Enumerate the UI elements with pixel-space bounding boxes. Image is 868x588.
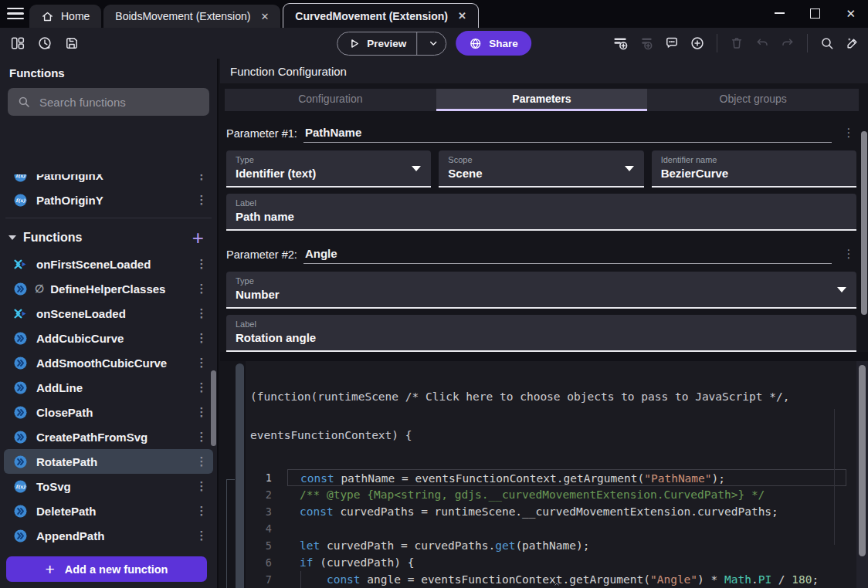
parameters-scrollbar[interactable] xyxy=(861,131,867,315)
item-menu-button[interactable]: ⋮ xyxy=(195,193,208,207)
function-list-item[interactable]: AddSmoothCubicCurve⋮ xyxy=(4,350,213,375)
item-menu-button[interactable]: ⋮ xyxy=(195,529,208,542)
add-comment-icon[interactable] xyxy=(662,33,682,53)
search-icon[interactable] xyxy=(817,33,837,53)
item-menu-button[interactable]: ⋮ xyxy=(195,405,208,419)
events-scrollbar[interactable] xyxy=(236,363,244,588)
redo-icon[interactable] xyxy=(778,33,798,53)
parameter-menu-button[interactable]: ⋮ xyxy=(843,126,855,140)
play-icon xyxy=(348,37,361,50)
code-line[interactable]: 4 xyxy=(246,520,868,537)
action-gear-icon xyxy=(12,380,29,396)
chevron-down-icon xyxy=(625,166,634,171)
function-list-item[interactable]: AddCubicCurve⋮ xyxy=(4,326,213,350)
item-menu-button[interactable]: ⋮ xyxy=(195,455,208,468)
item-menu-button[interactable]: ⋮ xyxy=(195,282,208,296)
parameter-number-label: Parameter #1: xyxy=(226,127,297,143)
close-window-button[interactable]: ✕ xyxy=(846,8,856,19)
tab-boidsmovement[interactable]: BoidsMovement (Extension) ✕ xyxy=(103,5,280,28)
function-list-item[interactable]: AddLine⋮ xyxy=(4,375,213,400)
maximize-button[interactable] xyxy=(810,8,820,19)
functions-section-header[interactable]: Functions+ xyxy=(4,224,213,252)
code-line[interactable]: 1const pathName = eventsFunctionContext.… xyxy=(246,469,868,486)
globe-icon xyxy=(469,37,482,50)
item-menu-button[interactable]: ⋮ xyxy=(195,356,208,370)
function-list-item[interactable]: AppendPath⋮ xyxy=(4,523,213,548)
tab-label: CurvedMovement (Extension) xyxy=(295,10,448,22)
function-list-item[interactable]: DuplicatedPath⋮ xyxy=(4,548,213,553)
parameter-menu-button[interactable]: ⋮ xyxy=(843,247,855,261)
add-function-button[interactable]: + Add a new function xyxy=(6,556,207,582)
parameter-name-input[interactable]: PathName xyxy=(303,126,832,143)
tab-home[interactable]: Home xyxy=(29,5,101,28)
preview-button[interactable]: Preview xyxy=(337,32,446,56)
sidebar-scrollbar[interactable] xyxy=(211,370,216,446)
tab-configuration[interactable]: Configuration xyxy=(225,89,436,111)
function-list-item[interactable]: f(x)ToSvg⋮ xyxy=(4,474,213,498)
action-gear-icon xyxy=(12,454,29,470)
collapse-caret-icon[interactable] xyxy=(551,580,562,588)
code-line[interactable]: 6if (curvedPath) { xyxy=(246,554,868,571)
undo-icon[interactable] xyxy=(752,33,772,53)
tab-curvedmovement[interactable]: CurvedMovement (Extension) ✕ xyxy=(283,3,479,28)
add-event-icon[interactable] xyxy=(611,33,631,53)
line-number: 6 xyxy=(246,554,287,571)
menu-icon[interactable] xyxy=(7,8,24,19)
search-functions-input[interactable]: Search functions xyxy=(8,88,209,116)
chevron-down-icon xyxy=(412,166,421,171)
identifier-name-input[interactable]: Identifier name BezierCurve xyxy=(652,150,856,188)
edit-extension-icon[interactable] xyxy=(843,33,863,53)
item-menu-button[interactable]: ⋮ xyxy=(195,479,208,493)
chevron-down-icon[interactable] xyxy=(423,38,443,49)
item-menu-button[interactable]: ⋮ xyxy=(195,331,208,345)
function-list-item[interactable]: f(x)PathOriginX⋮ xyxy=(4,174,213,188)
item-menu-button[interactable]: ⋮ xyxy=(195,430,208,444)
add-function-icon[interactable]: + xyxy=(192,231,207,245)
parameter-1-header: Parameter #1: PathName ⋮ xyxy=(226,122,856,143)
function-list-item[interactable]: onFirstSceneLoaded⋮ xyxy=(4,252,213,276)
type-select[interactable]: Type Number xyxy=(226,272,856,309)
add-other-event-icon[interactable] xyxy=(687,33,707,53)
item-menu-button[interactable]: ⋮ xyxy=(195,306,208,320)
code-line[interactable]: 5let curvedPath = curvedPaths.get(pathNa… xyxy=(246,537,868,554)
svg-text:f(x): f(x) xyxy=(15,197,25,202)
minimize-button[interactable] xyxy=(775,12,785,14)
private-icon: ∅ xyxy=(35,282,44,295)
tab-object-groups[interactable]: Object groups xyxy=(647,89,859,111)
function-configuration-title: Function Configuration xyxy=(220,59,868,83)
line-number: 3 xyxy=(246,503,287,520)
plus-icon: + xyxy=(46,561,55,577)
function-list-item[interactable]: DeletePath⋮ xyxy=(4,498,213,523)
add-sub-event-icon[interactable] xyxy=(636,33,656,53)
delete-icon[interactable] xyxy=(727,33,747,53)
tab-parameters[interactable]: Parameters xyxy=(436,89,648,111)
item-menu-button[interactable]: ⋮ xyxy=(195,504,208,518)
function-list-item[interactable]: ClosePath⋮ xyxy=(4,400,213,424)
function-list-item[interactable]: CreatePathFromSvg⋮ xyxy=(4,424,213,449)
save-icon[interactable] xyxy=(62,33,82,53)
item-menu-button[interactable]: ⋮ xyxy=(195,257,208,271)
item-menu-button[interactable]: ⋮ xyxy=(195,174,208,182)
share-button[interactable]: Share xyxy=(456,31,531,56)
function-list-item[interactable]: f(x)PathOriginY⋮ xyxy=(4,188,213,212)
type-select[interactable]: Type Identifier (text) xyxy=(226,150,431,188)
code-line[interactable]: 2/** @type {Map<string, gdjs.__curvedMov… xyxy=(246,486,868,503)
history-icon[interactable] xyxy=(35,33,55,53)
functions-panel: Functions Search functions f(x)PathOrigi… xyxy=(0,59,219,588)
close-tab-icon[interactable]: ✕ xyxy=(260,11,269,22)
function-list-item[interactable]: ∅DefineHelperClasses⋮ xyxy=(4,276,213,301)
parameter-name-input[interactable]: Angle xyxy=(303,247,832,264)
function-name: DeletePath xyxy=(36,505,97,518)
project-manager-icon[interactable] xyxy=(8,33,28,53)
code-editor[interactable]: (function(runtimeScene /* Click here to … xyxy=(246,361,868,588)
item-menu-button[interactable]: ⋮ xyxy=(195,380,208,394)
scope-select[interactable]: Scope Scene xyxy=(439,150,643,188)
function-list-item[interactable]: RotatePath⋮ xyxy=(4,449,213,474)
label-input[interactable]: Label Path name xyxy=(226,194,856,231)
line-number: 7 xyxy=(246,571,287,588)
close-tab-icon[interactable]: ✕ xyxy=(458,10,466,22)
function-list-item[interactable]: onSceneLoaded⋮ xyxy=(4,301,213,326)
code-scrollbar[interactable] xyxy=(859,365,866,556)
code-line[interactable]: 3const curvedPaths = runtimeScene.__curv… xyxy=(246,503,868,520)
label-input[interactable]: Label Rotation angle xyxy=(226,315,856,352)
